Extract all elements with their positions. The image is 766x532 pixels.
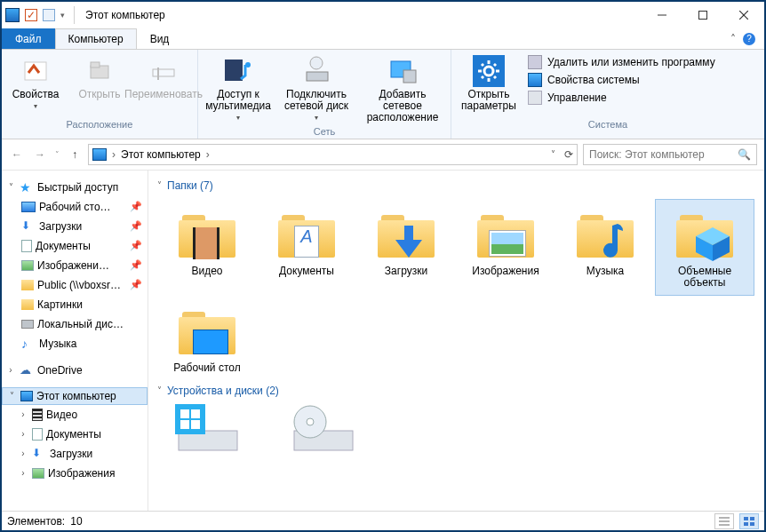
sysprops-icon bbox=[528, 73, 542, 87]
collapse-icon[interactable]: ˅ bbox=[5, 182, 16, 192]
local-disk-icon bbox=[166, 404, 246, 452]
video-folder-icon bbox=[176, 205, 238, 262]
item-images[interactable]: Изображения bbox=[456, 199, 555, 297]
statusbar: Элементов: 10 bbox=[2, 511, 764, 530]
svg-rect-9 bbox=[225, 60, 243, 81]
expand-icon[interactable]: › bbox=[18, 449, 28, 458]
media-access-button[interactable]: Доступ к мультимедиа ▾ bbox=[203, 53, 273, 124]
tree-item-downloads[interactable]: ⬇Загрузки📌 bbox=[2, 217, 148, 236]
expand-icon[interactable]: › bbox=[5, 365, 16, 375]
tree-this-pc[interactable]: ˅Этот компьютер bbox=[2, 387, 148, 405]
item-downloads[interactable]: Загрузки bbox=[356, 199, 456, 297]
system-properties-button[interactable]: Свойства системы bbox=[528, 73, 640, 87]
tree-item-documents[interactable]: Документы📌 bbox=[2, 236, 148, 256]
group-header-folders[interactable]: ˅Папки (7) bbox=[157, 179, 755, 192]
svg-rect-11 bbox=[307, 72, 328, 81]
status-count-label: Элементов: bbox=[7, 515, 65, 528]
content-pane[interactable]: ˅Папки (7) Видео A Документы Загрузки Из… bbox=[148, 171, 764, 511]
tree-item-images[interactable]: Изображени…📌 bbox=[2, 256, 148, 275]
back-button[interactable]: ← bbox=[9, 147, 25, 163]
tree-item-img[interactable]: ›Изображения bbox=[2, 464, 148, 483]
tree-item-pictures[interactable]: Картинки bbox=[2, 295, 148, 314]
open-settings-button[interactable]: Открыть параметры bbox=[457, 53, 521, 117]
qa-properties-icon[interactable]: ✓ bbox=[25, 9, 37, 21]
svg-line-21 bbox=[482, 64, 483, 66]
view-details-button[interactable] bbox=[714, 513, 734, 529]
item-video[interactable]: Видео bbox=[157, 199, 257, 297]
qa-dropdown-icon[interactable]: ▾ bbox=[60, 11, 65, 20]
uninstall-programs-button[interactable]: Удалить или изменить программу bbox=[528, 55, 715, 69]
chevron-right-icon[interactable] bbox=[206, 148, 210, 161]
collapse-icon[interactable]: ˅ bbox=[6, 391, 17, 401]
tree-item-music[interactable]: ♪Музыка bbox=[2, 334, 148, 353]
group-header-drives[interactable]: ˅Устройства и диски (2) bbox=[157, 385, 755, 397]
tree-item-docs[interactable]: ›Документы bbox=[2, 425, 148, 444]
tree-onedrive[interactable]: ›☁OneDrive bbox=[2, 361, 148, 380]
tree-item-desktop[interactable]: Рабочий сто…📌 bbox=[2, 197, 148, 217]
dropdown-icon: ▾ bbox=[315, 114, 318, 122]
pin-icon: 📌 bbox=[130, 259, 142, 271]
refresh-button[interactable]: ⟳ bbox=[564, 148, 573, 161]
open-icon bbox=[84, 55, 116, 87]
breadcrumb-current[interactable]: Этот компьютер bbox=[121, 148, 201, 161]
download-icon: ⬇ bbox=[21, 219, 36, 234]
breadcrumb-dropdown-icon[interactable]: ˅ bbox=[551, 149, 555, 159]
svg-rect-7 bbox=[153, 69, 174, 76]
svg-rect-6 bbox=[91, 62, 100, 67]
forward-button[interactable]: → bbox=[32, 147, 48, 163]
maximize-button[interactable] bbox=[682, 2, 723, 28]
expand-icon[interactable]: › bbox=[18, 409, 28, 419]
item-music[interactable]: Музыка bbox=[555, 199, 655, 297]
tree-item-video[interactable]: ›Видео bbox=[2, 405, 148, 425]
item-3d-objects[interactable]: Объемные объекты bbox=[655, 199, 754, 297]
qa-newwindow-icon[interactable] bbox=[43, 9, 55, 21]
svg-point-36 bbox=[307, 418, 314, 425]
item-desktop[interactable]: Рабочий стол bbox=[157, 296, 257, 381]
tree-item-public[interactable]: Public (\\vboxsr…📌 bbox=[2, 275, 148, 295]
breadcrumb[interactable]: Этот компьютер ˅ ⟳ bbox=[88, 144, 578, 165]
svg-rect-42 bbox=[744, 522, 748, 526]
music-icon: ♪ bbox=[21, 337, 36, 351]
collapse-icon[interactable]: ˅ bbox=[157, 385, 162, 395]
history-dropdown-icon[interactable]: ˅ bbox=[55, 150, 60, 159]
svg-rect-14 bbox=[403, 70, 416, 83]
svg-rect-15 bbox=[473, 55, 505, 87]
search-placeholder: Поиск: Этот компьютер bbox=[589, 148, 705, 161]
3d-objects-folder-icon bbox=[674, 205, 736, 262]
desktop-icon bbox=[21, 202, 36, 212]
svg-line-23 bbox=[482, 76, 483, 78]
view-icons-button[interactable] bbox=[739, 513, 759, 529]
tree-item-down[interactable]: ›⬇Загрузки bbox=[2, 444, 148, 464]
tab-view[interactable]: Вид bbox=[137, 28, 183, 49]
tab-file[interactable]: Файл bbox=[2, 28, 55, 49]
help-icon[interactable]: ? bbox=[743, 33, 755, 45]
manage-button[interactable]: Управление bbox=[528, 91, 607, 105]
expand-icon[interactable]: › bbox=[18, 468, 28, 478]
pin-icon: 📌 bbox=[130, 201, 142, 212]
svg-rect-4 bbox=[25, 62, 46, 80]
nav-arrows: ← → ˅ ↑ bbox=[9, 147, 83, 163]
tree-quick-access[interactable]: ˅★Быстрый доступ bbox=[2, 178, 148, 197]
separator bbox=[74, 6, 75, 24]
item-local-disk[interactable] bbox=[157, 404, 255, 452]
collapse-icon[interactable]: ˅ bbox=[157, 180, 162, 190]
ribbon-collapse-icon[interactable]: ˄ bbox=[730, 33, 736, 45]
tree-item-localdisk[interactable]: Локальный дис… bbox=[2, 314, 148, 334]
minimize-button[interactable] bbox=[642, 2, 682, 28]
document-icon bbox=[21, 240, 32, 252]
svg-rect-30 bbox=[180, 409, 189, 418]
search-input[interactable]: Поиск: Этот компьютер 🔍 bbox=[583, 144, 757, 165]
item-documents[interactable]: A Документы bbox=[257, 199, 356, 297]
settings-icon bbox=[473, 55, 505, 87]
tab-computer[interactable]: Компьютер bbox=[55, 28, 137, 49]
map-drive-button[interactable]: Подключить сетевой диск ▾ bbox=[280, 53, 353, 124]
up-button[interactable]: ↑ bbox=[67, 147, 83, 163]
add-netlocation-button[interactable]: Добавить сетевое расположение bbox=[360, 53, 445, 124]
chevron-right-icon[interactable] bbox=[112, 148, 116, 161]
item-dvd-drive[interactable] bbox=[273, 404, 371, 452]
navbar: ← → ˅ ↑ Этот компьютер ˅ ⟳ Поиск: Этот к… bbox=[2, 139, 764, 170]
properties-button[interactable]: Свойства ▾ bbox=[7, 53, 64, 117]
expand-icon[interactable]: › bbox=[18, 429, 28, 439]
close-button[interactable] bbox=[723, 2, 764, 28]
nav-tree[interactable]: ˅★Быстрый доступ Рабочий сто…📌 ⬇Загрузки… bbox=[2, 171, 148, 511]
